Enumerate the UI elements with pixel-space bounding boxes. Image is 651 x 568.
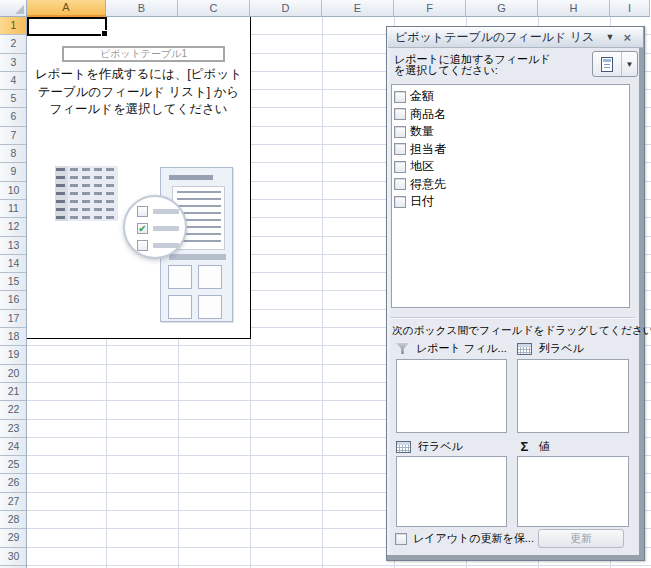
row-header-18[interactable]: 18	[0, 328, 27, 346]
row-header-16[interactable]: 16	[0, 291, 27, 309]
sigma-icon: Σ	[517, 439, 532, 454]
field-label: 得意先	[410, 176, 446, 193]
fill-handle[interactable]	[101, 30, 108, 37]
pivot-placeholder: ピボットテーブル1 レポートを作成するには、[ピボットテーブルのフィールド リス…	[27, 17, 251, 339]
field-item-4[interactable]: 地区	[394, 158, 627, 176]
text-bar	[153, 226, 179, 231]
field-label: 数量	[410, 123, 434, 140]
row-header-22[interactable]: 22	[0, 401, 27, 419]
row-header-2[interactable]: 2	[0, 35, 27, 53]
table-icon	[396, 441, 411, 453]
column-header-g[interactable]: G	[466, 0, 538, 17]
row-header-8[interactable]: 8	[0, 145, 27, 163]
row-header-9[interactable]: 9	[0, 163, 27, 181]
defer-layout-row: レイアウトの更新を保...	[395, 531, 534, 546]
field-label: 日付	[410, 193, 434, 210]
column-header-d[interactable]: D	[250, 0, 322, 17]
field-item-5[interactable]: 得意先	[394, 176, 627, 194]
row-header-19[interactable]: 19	[0, 346, 27, 364]
row-header-26[interactable]: 26	[0, 474, 27, 492]
checkbox-icon	[137, 240, 148, 251]
choose-fields-label: レポートに追加するフィールドを選択してください:	[394, 54, 554, 75]
row-header-4[interactable]: 4	[0, 72, 27, 90]
row-headers: 1234567891011121314151617181920212223242…	[0, 17, 27, 568]
graphic-area-box	[198, 295, 222, 319]
row-header-13[interactable]: 13	[0, 237, 27, 255]
row-header-7[interactable]: 7	[0, 127, 27, 145]
row-header-17[interactable]: 17	[0, 310, 27, 328]
field-checkbox[interactable]	[394, 178, 406, 190]
field-item-3[interactable]: 担当者	[394, 141, 627, 159]
pivot-name-box: ピボットテーブル1	[62, 46, 225, 62]
area-label: 値	[539, 439, 550, 454]
column-header-c[interactable]: C	[178, 0, 250, 17]
row-header-14[interactable]: 14	[0, 255, 27, 273]
row-header-27[interactable]: 27	[0, 493, 27, 511]
field-checkbox[interactable]	[394, 126, 406, 138]
row-header-11[interactable]: 11	[0, 200, 27, 218]
field-label: 地区	[410, 158, 434, 175]
row-header-23[interactable]: 23	[0, 420, 27, 438]
defer-layout-checkbox[interactable]	[395, 533, 407, 545]
row-header-29[interactable]: 29	[0, 529, 27, 547]
field-checkbox[interactable]	[394, 91, 406, 103]
stacked-layout-icon	[601, 57, 613, 72]
row-header-24[interactable]: 24	[0, 438, 27, 456]
column-header-i[interactable]: I	[610, 0, 650, 17]
field-checkbox[interactable]	[394, 161, 406, 173]
pane-title: ピボットテーブルのフィールド リス	[395, 29, 596, 46]
drag-areas-label: 次のボックス間でフィールドをドラッグしてください:	[392, 324, 651, 338]
excel-window: ABCDEFGHI 123456789101112131415161718192…	[0, 0, 651, 568]
values-drop-zone[interactable]	[517, 456, 629, 527]
field-item-1[interactable]: 商品名	[394, 106, 627, 124]
area-label: レポート フィル...	[416, 341, 507, 356]
area-header-column-labels: 列ラベル	[517, 341, 584, 356]
field-checkbox[interactable]	[394, 196, 406, 208]
row-header-6[interactable]: 6	[0, 108, 27, 126]
pane-layout-button[interactable]: ▼	[592, 51, 638, 77]
pivot-instruction: レポートを作成するには、[ピボットテーブルのフィールド リスト] からフィールド…	[34, 66, 243, 119]
row-header-21[interactable]: 21	[0, 383, 27, 401]
active-cell-a1[interactable]	[27, 17, 107, 36]
row-header-1[interactable]: 1	[0, 17, 27, 35]
column-header-a[interactable]: A	[27, 0, 106, 17]
area-label: 列ラベル	[539, 341, 584, 356]
field-label: 担当者	[410, 141, 446, 158]
text-bar	[153, 209, 179, 214]
field-item-2[interactable]: 数量	[394, 123, 627, 141]
funnel-icon	[396, 343, 409, 354]
field-label: 金額	[410, 88, 434, 105]
graphic-area-box	[198, 265, 222, 289]
select-all-corner[interactable]	[0, 0, 27, 17]
field-checkbox[interactable]	[394, 108, 406, 120]
row-labels-drop-zone[interactable]	[396, 456, 507, 527]
row-header-10[interactable]: 10	[0, 182, 27, 200]
row-header-12[interactable]: 12	[0, 218, 27, 236]
section-divider	[390, 317, 635, 319]
row-header-5[interactable]: 5	[0, 90, 27, 108]
pane-title-bar[interactable]: ピボットテーブルのフィールド リス ▼ ×	[388, 27, 643, 48]
field-list-box: 金額商品名数量担当者地区得意先日付	[391, 84, 630, 308]
area-header-report-filter: レポート フィル...	[396, 341, 507, 356]
column-header-e[interactable]: E	[322, 0, 394, 17]
column-header-h[interactable]: H	[538, 0, 610, 17]
area-label: 行ラベル	[418, 439, 463, 454]
row-header-25[interactable]: 25	[0, 456, 27, 474]
row-header-3[interactable]: 3	[0, 54, 27, 72]
row-header-20[interactable]: 20	[0, 365, 27, 383]
column-header-f[interactable]: F	[394, 0, 466, 17]
row-header-15[interactable]: 15	[0, 273, 27, 291]
column-labels-drop-zone[interactable]	[517, 359, 629, 433]
pane-menu-dropdown-icon[interactable]: ▼	[605, 32, 614, 42]
field-item-6[interactable]: 日付	[394, 193, 627, 211]
field-checkbox[interactable]	[394, 143, 406, 155]
column-header-b[interactable]: B	[106, 0, 178, 17]
field-item-0[interactable]: 金額	[394, 88, 627, 106]
row-header-28[interactable]: 28	[0, 511, 27, 529]
pane-close-icon[interactable]: ×	[623, 31, 631, 44]
layout-dropdown-icon[interactable]: ▼	[621, 52, 637, 76]
update-button[interactable]: 更新	[538, 529, 624, 548]
report-filter-drop-zone[interactable]	[396, 359, 507, 433]
row-header-30[interactable]: 30	[0, 548, 27, 566]
column-headers: ABCDEFGHI	[27, 0, 650, 17]
